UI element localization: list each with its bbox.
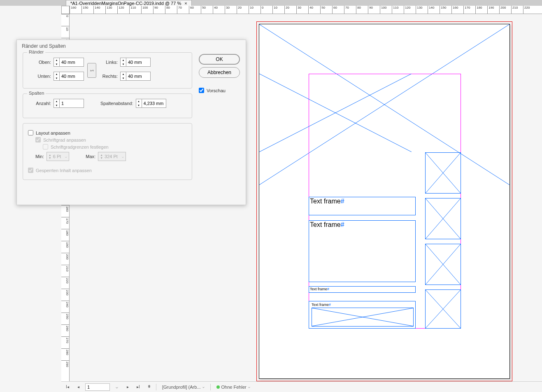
- link-margins-button[interactable]: [87, 63, 96, 78]
- column-count-label: Anzahl:: [28, 101, 51, 106]
- text-frame-content: Text frame#: [310, 287, 329, 291]
- text-frame-content: Text frame#: [312, 303, 331, 307]
- last-page-button[interactable]: ▸I: [135, 383, 142, 391]
- column-count-field[interactable]: ▲▼: [54, 99, 84, 108]
- cancel-button[interactable]: Abbrechen: [199, 67, 240, 78]
- layout-adjust-group: Layout anpassen Schriftgrad anpassen Sch…: [23, 123, 192, 180]
- margin-left-label: Links:: [100, 60, 118, 65]
- margin-left-field[interactable]: ▲▼: [120, 58, 151, 67]
- margin-bottom-field[interactable]: ▲▼: [54, 72, 84, 81]
- tab-title: *A1-OverriddenMarginsOnPage-CC-2019.indd…: [70, 1, 181, 6]
- adjust-fontsize-checkbox: Schriftgrad anpassen: [35, 137, 187, 142]
- masterpage-frame-inner[interactable]: [259, 74, 412, 152]
- status-bar: I◂ ◂ ⌵ ▸ ▸I [Grundprofil] (Arb...⌵ Ohne …: [61, 381, 542, 392]
- image-frame-3[interactable]: [425, 244, 461, 285]
- anchored-image-frame[interactable]: [312, 308, 414, 327]
- margin-bottom-label: Unten:: [28, 74, 51, 79]
- columns-legend: Spalten: [27, 91, 46, 96]
- text-frame-1[interactable]: Text frame#: [309, 197, 416, 215]
- image-frame-1[interactable]: [425, 152, 461, 194]
- font-limits-checkbox: Schriftgradgrenzen festlegen: [43, 144, 187, 149]
- first-page-button[interactable]: I◂: [64, 383, 71, 391]
- adjust-layout-checkbox[interactable]: Layout anpassen: [28, 130, 187, 135]
- gutter-label: Spaltenabstand:: [100, 101, 133, 106]
- text-frame-2[interactable]: Text frame#: [309, 220, 416, 282]
- margins-legend: Ränder: [27, 49, 45, 54]
- margin-top-field[interactable]: ▲▼: [54, 58, 84, 67]
- hand-icon: [147, 385, 151, 389]
- image-frame-4[interactable]: [425, 289, 461, 329]
- columns-group: Spalten Anzahl: ▲▼ Spaltenabstand: ▲▼: [23, 93, 192, 118]
- margin-top-label: Oben:: [28, 60, 51, 65]
- document-tab[interactable]: *A1-OverriddenMarginsOnPage-CC-2019.indd…: [66, 0, 192, 6]
- page-dropdown-button[interactable]: ⌵: [113, 383, 121, 391]
- text-frame-content: Text frame#: [310, 198, 344, 205]
- dialog-title: Ränder und Spalten: [17, 40, 246, 52]
- margin-right-field[interactable]: ▲▼: [120, 72, 151, 81]
- margins-group: Ränder Oben: ▲▼ Unten: ▲▼: [23, 52, 192, 89]
- gutter-field[interactable]: ▲▼: [136, 99, 166, 108]
- image-frame-2[interactable]: [425, 198, 461, 239]
- preflight-status-dropdown[interactable]: Ohne Fehler⌵: [214, 385, 253, 390]
- adjust-locked-checkbox: Gesperrten Inhalt anpassen: [28, 168, 187, 173]
- max-size-select: ▲▼324 Pt⌵: [98, 152, 126, 161]
- min-size-select: ▲▼6 Pt⌵: [47, 152, 70, 161]
- text-frame-content: Text frame#: [310, 221, 344, 229]
- document-tabbar: *A1-OverriddenMarginsOnPage-CC-2019.indd…: [0, 0, 542, 6]
- next-page-button[interactable]: ▸: [124, 383, 131, 391]
- margins-columns-dialog: Ränder und Spalten Ränder Oben: ▲▼ Unten…: [16, 40, 246, 205]
- preflight-profile-dropdown[interactable]: [Grundprofil] (Arb...⌵: [160, 385, 207, 390]
- horizontal-ruler[interactable]: 1601501401301201101009080706050403020100…: [70, 6, 542, 14]
- prev-page-button[interactable]: ◂: [74, 383, 82, 391]
- open-navigator-button[interactable]: [145, 383, 153, 391]
- ok-button[interactable]: OK: [199, 54, 240, 65]
- chain-icon: [90, 68, 94, 73]
- status-ok-icon: [216, 385, 220, 389]
- preview-checkbox[interactable]: Vorschau: [199, 88, 240, 93]
- min-label: Min:: [35, 154, 44, 159]
- max-label: Max:: [86, 154, 95, 159]
- close-icon[interactable]: ×: [184, 1, 187, 6]
- page[interactable]: Text frame# Text frame# Text frame# Text…: [259, 24, 510, 379]
- text-frame-3[interactable]: Text frame#: [309, 286, 416, 293]
- ruler-origin[interactable]: [61, 6, 70, 14]
- margin-right-label: Rechts:: [100, 74, 118, 79]
- page-number-field[interactable]: [85, 383, 110, 391]
- text-frame-4[interactable]: Text frame#: [309, 301, 416, 329]
